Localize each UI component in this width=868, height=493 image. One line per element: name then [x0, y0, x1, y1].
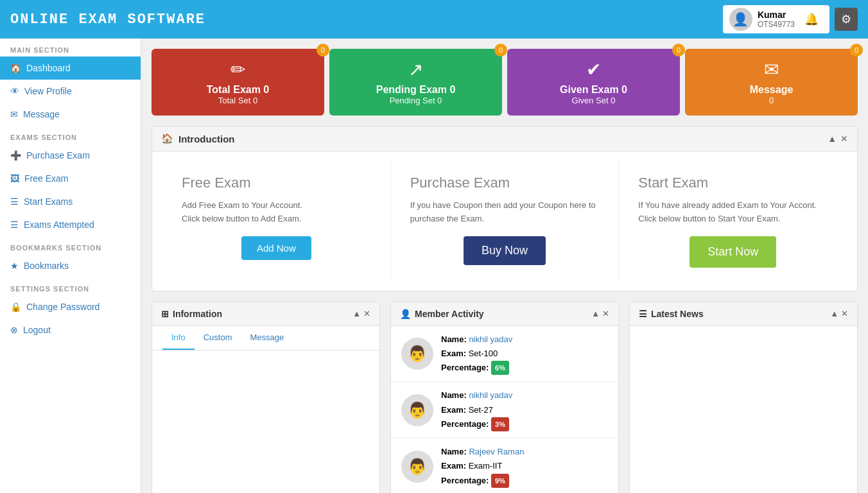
sidebar-item-logout[interactable]: ⊗ Logout — [0, 318, 141, 342]
sidebar-item-purchase-exam[interactable]: ➕ Purchase Exam — [0, 144, 141, 167]
message-icon: ✉ — [10, 109, 18, 119]
intro-col-start: Start Exam If You have already added Exa… — [619, 162, 847, 281]
introduction-panel-body: Free Exam Add Free Exam to Your Account.… — [152, 151, 857, 291]
member-collapse-button[interactable]: ▲ — [591, 309, 600, 318]
sidebar-item-label: Message — [23, 109, 60, 119]
list-item: 👨 Name: nikhil yadav Exam: Set-27 Percen… — [391, 382, 618, 438]
sidebar-section-settings: Settings Section — [0, 277, 141, 295]
purchase-exam-desc: If you have Coupon then add your Coupon … — [410, 199, 600, 226]
introduction-panel: 🏠 Introduction ▲ ✕ Free Exam Add Free Ex… — [152, 126, 858, 291]
sidebar-item-label: Exams Attempted — [24, 220, 94, 230]
free-exam-heading: Free Exam — [182, 175, 371, 191]
sidebar-item-change-password[interactable]: 🔒 Change Password — [0, 295, 141, 318]
intro-grid: Free Exam Add Free Exam to Your Account.… — [162, 162, 847, 281]
member-list: 👨 Name: nikhil yadav Exam: Set-100 Perce… — [391, 326, 618, 493]
edit-icon: ✏ — [162, 59, 314, 80]
latest-news-body — [630, 326, 857, 390]
member-activity-title: 👤 Member Activity — [400, 309, 484, 319]
mail-icon: ✉ — [695, 59, 847, 80]
user-name: Kumar — [758, 10, 795, 20]
news-collapse-button[interactable]: ▲ — [830, 309, 838, 318]
stat-total-title: Total Exam 0 — [162, 84, 314, 96]
add-now-button[interactable]: Add Now — [241, 236, 311, 260]
member-name-row: Name: nikhil yadav — [441, 333, 512, 347]
person-icon: 👤 — [400, 309, 411, 319]
info-panel-controls: ▲ ✕ — [352, 309, 370, 318]
header: Online Exam Software 👤 Kumar OTS49773 🔔 … — [0, 0, 868, 39]
info-collapse-button[interactable]: ▲ — [352, 309, 361, 318]
list-icon: ☰ — [10, 196, 19, 207]
member-name-row: Name: nikhil yadav — [441, 388, 512, 402]
collapse-button[interactable]: ▲ — [828, 134, 837, 144]
tab-info[interactable]: Info — [162, 326, 195, 350]
stat-badge-given: 0 — [672, 44, 685, 56]
avatar: 👨 — [401, 338, 433, 370]
header-right: 👤 Kumar OTS49773 🔔 ⚙ — [723, 5, 858, 33]
sidebar-item-dashboard[interactable]: 🏠 Dashboard — [0, 56, 141, 80]
information-panel: ⊞ Information ▲ ✕ Info Custom Message — [152, 302, 380, 493]
introduction-panel-header: 🏠 Introduction ▲ ✕ — [152, 126, 857, 151]
gear-button[interactable]: ⚙ — [835, 8, 858, 31]
plus-icon: ➕ — [10, 150, 21, 160]
app-title: Online Exam Software — [10, 12, 205, 28]
stat-given-title: Given Exam 0 — [517, 84, 670, 96]
lock-icon: 🔒 — [10, 302, 21, 312]
member-name-row: Name: Rajeev Raman — [441, 445, 524, 459]
intro-col-purchase: Purchase Exam If you have Coupon then ad… — [391, 162, 620, 281]
stat-badge-total: 0 — [317, 44, 329, 56]
sidebar-item-label: Bookmarks — [24, 261, 69, 271]
stat-card-total: 0 ✏ Total Exam 0 Total Set 0 — [152, 49, 324, 116]
member-close-button[interactable]: ✕ — [602, 309, 609, 318]
purchase-exam-heading: Purchase Exam — [410, 175, 600, 191]
stat-card-pending: 0 ↗ Pending Exam 0 Pending Set 0 — [329, 49, 502, 116]
sidebar-item-label: View Profile — [24, 86, 72, 96]
information-panel-header: ⊞ Information ▲ ✕ — [152, 302, 379, 326]
news-close-button[interactable]: ✕ — [841, 309, 848, 318]
avatar: 👨 — [401, 394, 433, 426]
member-exam-row: Exam: Set-100 — [441, 347, 512, 361]
sidebar-section-exams: Exams Section — [0, 126, 141, 144]
avatar: 👨 — [401, 451, 433, 483]
member-panel-controls: ▲ ✕ — [591, 309, 609, 318]
sidebar-item-message[interactable]: ✉ Message — [0, 103, 141, 126]
bell-button[interactable]: 🔔 — [800, 8, 823, 31]
sidebar-item-label: Logout — [23, 325, 51, 335]
stat-badge-pending: 0 — [494, 44, 507, 56]
latest-news-title: ☰ Latest News — [639, 309, 704, 319]
sidebar-item-view-profile[interactable]: 👁 View Profile — [0, 80, 141, 103]
free-exam-desc: Add Free Exam to Your Account.Click belo… — [182, 199, 371, 226]
member-name-link[interactable]: nikhil yadav — [469, 334, 512, 344]
info-close-button[interactable]: ✕ — [363, 309, 370, 318]
sidebar-item-label: Free Exam — [24, 173, 68, 184]
member-details: Name: nikhil yadav Exam: Set-100 Percent… — [441, 333, 512, 376]
logout-icon: ⊗ — [10, 325, 18, 335]
sidebar-item-free-exam[interactable]: 🖼 Free Exam — [0, 167, 141, 190]
member-name-link[interactable]: Rajeev Raman — [469, 447, 524, 456]
user-info-box: 👤 Kumar OTS49773 🔔 — [723, 5, 829, 33]
member-activity-panel: 👤 Member Activity ▲ ✕ 👨 Name: nikhil yad… — [390, 302, 619, 493]
sidebar-item-label: Start Exams — [24, 196, 73, 207]
tab-custom[interactable]: Custom — [195, 326, 241, 350]
member-pct-row: Percentage: 3% — [441, 417, 512, 432]
tab-message[interactable]: Message — [241, 326, 293, 350]
close-button[interactable]: ✕ — [840, 134, 848, 144]
member-name-link[interactable]: nikhil yadav — [469, 390, 512, 400]
member-exam-row: Exam: Exam-IIT — [441, 459, 524, 473]
sidebar-item-label: Purchase Exam — [26, 150, 90, 160]
start-now-button[interactable]: Start Now — [690, 236, 776, 268]
buy-now-button[interactable]: Buy Now — [464, 236, 546, 265]
stat-pending-title: Pending Exam 0 — [340, 84, 492, 96]
information-title: ⊞ Information — [161, 309, 222, 319]
list2-icon: ☰ — [10, 220, 19, 230]
member-activity-header: 👤 Member Activity ▲ ✕ — [391, 302, 618, 326]
sidebar-item-exams-attempted[interactable]: ☰ Exams Attempted — [0, 213, 141, 236]
start-exam-heading: Start Exam — [638, 175, 828, 191]
sidebar-section-bookmarks: Bookmarks Section — [0, 236, 141, 254]
info-tab-content — [152, 350, 379, 479]
sidebar-item-bookmarks[interactable]: ★ Bookmarks — [0, 254, 141, 277]
member-exam-row: Exam: Set-27 — [441, 403, 512, 417]
member-pct-row: Percentage: 9% — [441, 474, 524, 489]
sidebar-item-start-exams[interactable]: ☰ Start Exams — [0, 190, 141, 213]
status-badge: 6% — [491, 361, 509, 376]
news-icon: ☰ — [639, 309, 647, 319]
